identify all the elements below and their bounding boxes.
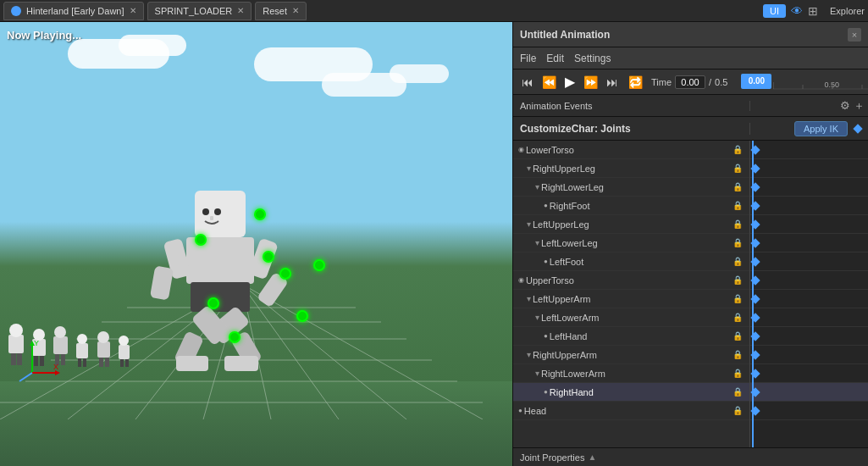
tab-sprint-loader[interactable]: SPRINT_LOADER ✕ <box>147 2 252 20</box>
joint-row-rightlowerarm[interactable]: ▾ RightLowerArm 🔒 <box>513 364 749 383</box>
joint-properties-arrow: ▲ <box>588 452 596 462</box>
transport-skip-start[interactable]: ⏮ <box>520 74 535 91</box>
bottom-bar: Joint Properties ▲ <box>513 447 868 466</box>
joint-icon-rightfoot: ● <box>544 202 548 209</box>
svg-point-39 <box>202 208 209 215</box>
joint-row-righthand[interactable]: ● RightHand 🔒 <box>513 383 749 402</box>
joint-icon-head: ● <box>518 407 522 414</box>
svg-rect-34 <box>119 345 130 359</box>
svg-point-35 <box>119 336 129 346</box>
time-input[interactable] <box>675 75 705 89</box>
svg-line-60 <box>19 373 32 381</box>
joint-row-lefthand[interactable]: ● LeftHand 🔒 <box>513 327 749 346</box>
panel-close-button[interactable]: × <box>848 28 861 42</box>
transport-skip-end[interactable]: ⏭ <box>605 74 620 91</box>
main-character <box>135 182 305 386</box>
svg-rect-28 <box>78 358 81 367</box>
axes-indicator: Y X <box>15 339 62 386</box>
lock-rightfoot: 🔒 <box>733 201 743 210</box>
lock-rightupperleg: 🔒 <box>733 164 743 173</box>
cloud-2 <box>119 35 186 56</box>
track-rightupperarm <box>750 346 868 364</box>
tab-reset[interactable]: Reset ✕ <box>255 2 307 20</box>
ik-dot-right-knee[interactable] <box>296 310 308 322</box>
apply-ik-button[interactable]: Apply IK <box>794 121 848 136</box>
ik-dot-left-hand[interactable] <box>207 297 219 309</box>
lock-lowertorso: 🔒 <box>733 145 743 154</box>
joint-row-head[interactable]: ● Head 🔒 <box>513 402 749 420</box>
tab-hinterland-close[interactable]: ✕ <box>130 6 136 15</box>
events-row: Animation Events ⚙ ＋ <box>513 95 868 117</box>
joint-row-leftupperleg[interactable]: ▾ LeftUpperLeg 🔒 <box>513 215 749 234</box>
joint-row-rightfoot[interactable]: ● RightFoot 🔒 <box>513 197 749 215</box>
joint-row-lowertorso[interactable]: ◉ LowerTorso 🔒 <box>513 141 749 159</box>
lock-righthand: 🔒 <box>733 387 743 397</box>
svg-rect-53 <box>176 356 208 371</box>
svg-rect-32 <box>99 358 103 367</box>
joint-properties-label: Joint Properties <box>520 452 584 463</box>
viewport: Now Playing... <box>0 22 512 466</box>
transport-step-back[interactable]: ⏪ <box>540 74 558 91</box>
joint-row-leftupperarm[interactable]: ▾ LeftUpperArm 🔒 <box>513 290 749 308</box>
joint-row-rightupperarm[interactable]: ▾ RightUpperArm 🔒 <box>513 346 749 364</box>
menu-file[interactable]: File <box>520 53 536 64</box>
timeline-ruler-container: 0.00 0.50 <box>739 74 861 91</box>
svg-rect-37 <box>125 359 129 367</box>
panel-title: Untitled Animation <box>520 29 610 41</box>
joint-timeline <box>750 141 868 447</box>
lock-head: 🔒 <box>733 406 743 415</box>
menu-bar: File Edit Settings <box>513 47 868 69</box>
toolbar-left: CustomizeChar: Joints <box>513 123 750 135</box>
viewport-label: Now Playing... <box>7 29 81 42</box>
tab-reset-close[interactable]: ✕ <box>292 6 299 15</box>
svg-rect-41 <box>210 216 213 220</box>
joint-row-leftfoot[interactable]: ● LeftFoot 🔒 <box>513 252 749 271</box>
toolbar-row: CustomizeChar: Joints Apply IK <box>513 117 868 141</box>
lock-lefthand: 🔒 <box>733 331 743 341</box>
ik-dot-left-knee[interactable] <box>229 331 240 343</box>
svg-rect-26 <box>76 343 88 358</box>
ik-dot-torso-2[interactable] <box>279 268 291 280</box>
tab-hinterland[interactable]: Hinterland [Early Dawn] ✕ <box>3 2 144 20</box>
track-uppertorso <box>750 271 868 290</box>
roblox-icon <box>11 6 21 16</box>
events-left: Animation Events <box>513 101 750 111</box>
tab-reset-label: Reset <box>263 6 287 16</box>
svg-rect-47 <box>150 265 174 300</box>
joint-name-righthand: RightHand <box>550 387 733 397</box>
svg-point-27 <box>77 334 87 344</box>
lock-rightupperarm: 🔒 <box>733 350 743 359</box>
joint-name-rightlowerarm: RightLowerArm <box>541 369 733 379</box>
joint-row-leftlowerleg[interactable]: ▾ LeftLowerLeg 🔒 <box>513 234 749 252</box>
time-label: Time <box>651 77 672 87</box>
ik-dot-head[interactable] <box>254 208 266 220</box>
events-add-button[interactable]: ＋ <box>854 98 865 114</box>
joint-row-leftlowerarm[interactable]: ▾ LeftLowerArm 🔒 <box>513 308 749 327</box>
transport-play[interactable]: ▶ <box>563 72 577 92</box>
ui-button[interactable]: UI <box>763 4 786 18</box>
joint-row-rightupperleg[interactable]: ▾ RightUpperLeg 🔒 <box>513 159 749 178</box>
joint-icon-lefthand: ● <box>544 332 548 340</box>
ik-dot-torso-1[interactable] <box>263 251 274 263</box>
ik-dot-right-arm[interactable] <box>313 259 325 271</box>
joint-row-uppertorso[interactable]: ◉ UpperTorso 🔒 <box>513 271 749 290</box>
menu-edit[interactable]: Edit <box>546 53 564 64</box>
explorer-label: Explorer <box>830 6 865 16</box>
joint-icon-righthand: ● <box>544 388 548 396</box>
menu-settings[interactable]: Settings <box>574 53 611 64</box>
joint-name-leftupperarm: LeftUpperArm <box>533 294 733 304</box>
joint-name-head: Head <box>524 406 733 416</box>
joint-row-rightlowerleg[interactable]: ▾ RightLowerLeg 🔒 <box>513 178 749 197</box>
tab-sprint-loader-close[interactable]: ✕ <box>237 6 244 15</box>
ik-dot-left-shoulder[interactable] <box>195 234 207 246</box>
transport-step-forward[interactable]: ⏩ <box>582 74 600 91</box>
svg-point-40 <box>214 208 221 215</box>
track-leftfoot <box>750 252 868 271</box>
top-bar-right: UI 👁 ⊞ Explorer <box>763 4 865 18</box>
joint-icon-lowertorso: ◉ <box>518 146 524 153</box>
expand-leftlowerarm: ▾ <box>535 313 539 322</box>
track-leftupperleg <box>750 215 868 234</box>
events-settings-button[interactable]: ⚙ <box>840 99 850 112</box>
track-leftlowerarm <box>750 308 868 327</box>
svg-rect-29 <box>83 358 86 367</box>
